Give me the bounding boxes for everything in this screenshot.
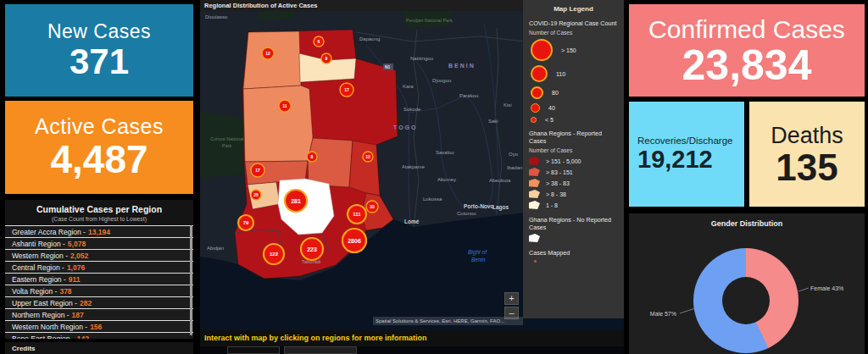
map-label: BENIN xyxy=(448,63,476,69)
female-leader-line xyxy=(798,288,809,291)
map-label: Atakpamé xyxy=(402,164,426,169)
active-cases-box: Active Cases 4,487 xyxy=(5,101,193,194)
legend-class-items: > 151 - 5,000> 83 - 151> 38 - 83> 8 - 38… xyxy=(529,157,618,209)
map-zoom-in-button[interactable]: + xyxy=(504,292,519,305)
region-row: Northern Region - 187 xyxy=(5,308,193,320)
region-row: Upper East Region - 282 xyxy=(5,296,193,308)
region-bono-east[interactable] xyxy=(308,138,353,187)
recoveries-label: Recoveries/Discharge xyxy=(637,136,744,146)
legend-class-item: > 38 - 83 xyxy=(529,179,618,187)
map-title: Regional Distribution of Active Cases xyxy=(200,0,523,11)
map-panel: Regional Distribution of Active Cases xyxy=(200,0,624,354)
scrollbar[interactable] xyxy=(190,225,192,335)
recoveries-box: Recoveries/Discharge 19,212 xyxy=(629,102,744,207)
region-upper-west[interactable] xyxy=(243,31,301,89)
map-legend-panel: Map Legend COVID-19 Regional Case Count … xyxy=(523,0,624,318)
case-bubble-value: 25 xyxy=(253,192,259,197)
case-bubble-value: 111 xyxy=(353,212,361,217)
legend-class-swatch xyxy=(529,190,540,198)
deaths-box: Deaths 135 xyxy=(749,102,865,207)
legend-circle-swatch xyxy=(531,65,548,82)
map-interact-note: Interact with map by clicking on regions… xyxy=(200,330,624,346)
legend-cases-mapped-dot xyxy=(534,260,537,263)
legend-class-item: > 83 - 151 xyxy=(529,168,618,176)
cumulative-subtitle: (Case Count from Highest to Lowest) xyxy=(5,216,193,222)
active-cases-label: Active Cases xyxy=(35,114,164,139)
legend-section-cases-mapped: Cases Mapped xyxy=(529,249,618,257)
map-label: Benin xyxy=(471,257,486,263)
credits-panel: Credits xyxy=(5,342,193,354)
map-label: Ibadan xyxy=(507,165,522,170)
case-bubble-value: 17 xyxy=(344,87,349,92)
cumulative-title: Cumulative Cases per Region xyxy=(5,204,193,214)
region-oti[interactable] xyxy=(349,141,380,196)
region-row: Eastern Region - 911 xyxy=(5,273,193,285)
legend-class-swatch xyxy=(529,168,540,176)
map-label: Sokode xyxy=(403,107,421,112)
map-label: Parakou xyxy=(459,93,478,98)
bottom-tab-2[interactable] xyxy=(284,346,357,354)
region-row: Volta Region - 378 xyxy=(5,285,193,296)
bottom-tab-1[interactable] xyxy=(227,346,280,354)
new-cases-box: New Cases 371 xyxy=(5,4,193,97)
map-label: Abeokuta xyxy=(489,178,511,183)
map-label: Dapaong xyxy=(359,36,380,41)
legend-number-of-cases: Number of Cases xyxy=(529,30,618,36)
map-label: Lokossa xyxy=(423,196,442,202)
legend-class-item: > 8 - 38 xyxy=(529,190,618,198)
map-label: TOGO xyxy=(393,124,417,130)
map-label: Natitingou xyxy=(410,56,433,61)
case-bubble-value: 2806 xyxy=(348,238,361,244)
case-bubble-value: 281 xyxy=(291,198,301,204)
active-cases-value: 4,487 xyxy=(50,139,147,180)
case-bubble-value: 13 xyxy=(365,154,370,159)
cumulative-cases-panel: Cumulative Cases per Region (Case Count … xyxy=(5,200,193,339)
region-savannah[interactable] xyxy=(243,86,313,162)
credits-title: Credits xyxy=(12,345,36,352)
legend-circle-swatch xyxy=(531,86,543,99)
map-attribution: Spatial Solutions & Services, Esri, HERE… xyxy=(373,317,523,325)
case-bubble-value: 11 xyxy=(282,103,287,108)
legend-class-item: > 151 - 5,000 xyxy=(529,157,618,165)
map-label: Kara xyxy=(403,84,414,89)
region-row: Western Region - 2,052 xyxy=(5,249,193,261)
region-row: Bono East Region - 142 xyxy=(5,332,193,339)
case-bubble-value: 9 xyxy=(326,56,328,61)
deaths-label: Deaths xyxy=(771,123,843,149)
legend-section-case-count: COVID-19 Regional Case Count xyxy=(529,19,618,27)
case-bubble-value: 6 xyxy=(318,39,320,44)
case-bubble-value: 79 xyxy=(243,220,249,225)
gender-donut-chart[interactable] xyxy=(693,248,798,353)
map-label: Kisi xyxy=(504,102,512,108)
map-label: N1 xyxy=(385,64,391,69)
legend-circle-swatch xyxy=(531,117,537,123)
legend-section-reported: Ghana Regions - Reported Cases xyxy=(529,130,618,145)
map-label: Park xyxy=(222,143,232,148)
map-label: Abomey xyxy=(437,177,456,182)
male-label: Male 57% xyxy=(650,311,676,317)
map-label: Lagos xyxy=(492,204,509,211)
legend-class-swatch xyxy=(529,179,540,187)
male-leader-line xyxy=(680,308,695,313)
legend-circle-item: < 5 xyxy=(529,117,618,123)
confirmed-cases-label: Confirmed Cases xyxy=(648,15,845,44)
region-row: Greater Accra Region - 13,194 xyxy=(5,225,193,237)
case-bubble-value: 8 xyxy=(311,154,314,159)
map-label: Bight of xyxy=(468,249,487,256)
map-label: Djougou xyxy=(432,78,451,83)
map-label: Pendjari National Park xyxy=(406,18,453,23)
legend-class-item: 1 - 8 xyxy=(529,201,618,209)
new-cases-label: New Cases xyxy=(47,20,151,43)
recoveries-value: 19,212 xyxy=(637,146,744,174)
legend-circle-items: > 1501108040< 5 xyxy=(529,39,618,123)
case-bubble-value: 17 xyxy=(255,168,260,173)
map-label: Abidjan xyxy=(207,246,224,251)
map-label: Saki xyxy=(488,119,498,124)
legend-circle-item: > 150 xyxy=(529,39,618,61)
map-label: Takoradi xyxy=(302,259,321,264)
map-label: Lomé xyxy=(404,218,420,224)
map-label: Savalou xyxy=(436,150,454,155)
legend-circle-swatch xyxy=(531,103,540,113)
legend-title: Map Legend xyxy=(529,5,618,13)
female-label: Female 43% xyxy=(810,285,843,291)
